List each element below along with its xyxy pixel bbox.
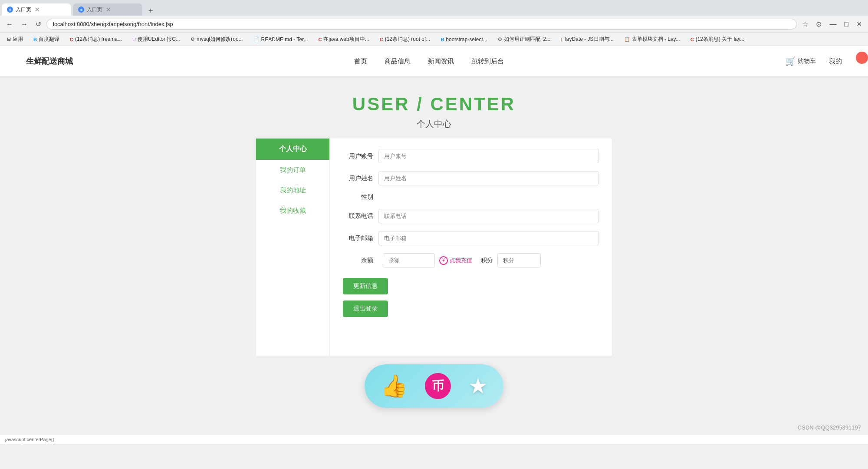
nav-admin[interactable]: 跳转到后台 <box>471 57 504 66</box>
site-logo: 生鲜配送商城 <box>26 56 73 66</box>
minimize-button[interactable]: — <box>827 20 839 29</box>
bm12-label: 表单模块文档 - Lay... <box>632 36 680 43</box>
nav-home[interactable]: 首页 <box>354 57 367 66</box>
close-button[interactable]: ✕ <box>854 19 865 29</box>
phone-input[interactable] <box>378 209 599 223</box>
tab1-favicon: ⊕ <box>7 7 13 13</box>
nav-my[interactable]: 我的 <box>829 57 842 66</box>
phone-row: 联系电话 <box>343 209 599 223</box>
forward-button[interactable]: → <box>18 20 30 29</box>
nav-products[interactable]: 商品信息 <box>385 57 411 66</box>
bm7-label: 在java web项目中... <box>323 36 369 43</box>
update-info-button[interactable]: 更新信息 <box>343 278 388 294</box>
sidebar: 个人中心 我的订单 我的地址 我的收藏 <box>256 139 330 356</box>
nav-right: 🛒 购物车 我的 <box>785 56 842 66</box>
bookmark-5[interactable]: ⚙ mysql如何修改roo... <box>187 35 247 44</box>
bm6-label: README.md - Ter... <box>261 36 308 43</box>
bookmark-4[interactable]: U 使用UEditor 报C... <box>129 35 184 44</box>
bm9-icon: B <box>441 37 444 42</box>
bm12-icon: 📋 <box>624 36 630 42</box>
deco-pill: 👍 币 ★ <box>365 364 503 408</box>
tab-1[interactable]: ⊕ 入口页 ✕ <box>2 3 71 16</box>
bm11-label: layDate - JS日期与... <box>565 36 613 43</box>
account-input[interactable] <box>378 149 599 163</box>
gender-label: 性别 <box>343 193 373 201</box>
gender-row: 性别 <box>343 193 599 201</box>
username-label: 用户姓名 <box>343 175 373 182</box>
bm13-icon: C <box>690 37 694 42</box>
bm4-icon: U <box>132 37 136 42</box>
tab2-close[interactable]: ✕ <box>106 6 111 13</box>
browser-toolbar: ← → ↺ ☆ ⊙ — □ ✕ <box>0 16 868 33</box>
browser-chrome: ⊕ 入口页 ✕ ⊕ 入口页 ✕ + ← → ↺ ☆ ⊙ — □ ✕ ⊞ 应用 B <box>0 0 868 46</box>
bm10-label: 如何用正则匹配: 2... <box>504 36 550 43</box>
bookmark-13[interactable]: C (12条消息) 关于 lay... <box>687 35 748 44</box>
address-bar[interactable] <box>46 19 797 30</box>
bookmark-baidu[interactable]: B 百度翻译 <box>30 35 63 44</box>
reload-button[interactable]: ↺ <box>33 19 44 29</box>
cart-icon: 🛒 <box>785 56 796 66</box>
nav-menu: 首页 商品信息 新闻资讯 跳转到后台 <box>354 57 504 66</box>
tab2-label: 入口页 <box>87 6 102 13</box>
bookmark-7[interactable]: C 在java web项目中... <box>315 35 372 44</box>
bookmark-12[interactable]: 📋 表单模块文档 - Lay... <box>621 35 684 44</box>
tabs-bar: ⊕ 入口页 ✕ ⊕ 入口页 ✕ + <box>0 0 868 16</box>
bookmark-9[interactable]: B bootstrap-select... <box>437 36 490 43</box>
restore-button[interactable]: □ <box>842 20 851 29</box>
bm6-icon: 📄 <box>253 36 260 42</box>
bm5-label: mysql如何修改roo... <box>197 36 243 43</box>
username-input[interactable] <box>378 171 599 185</box>
cursor-dot <box>856 52 868 64</box>
bookmark-3[interactable]: C (12条消息) freema... <box>66 35 125 44</box>
bm9-label: bootstrap-select... <box>446 36 487 43</box>
bm8-label: (12条消息) root of... <box>385 36 431 43</box>
email-input[interactable] <box>378 231 599 245</box>
sidebar-favorites[interactable]: 我的收藏 <box>256 201 329 221</box>
bookmark-10[interactable]: ⚙ 如何用正则匹配: 2... <box>494 35 554 44</box>
sidebar-active-item[interactable]: 个人中心 <box>256 139 329 160</box>
bookmark-apps-label: 应用 <box>13 36 23 43</box>
thumb-up-icon: 👍 <box>381 373 408 399</box>
tab-2[interactable]: ⊕ 入口页 ✕ <box>73 3 142 16</box>
coin-icon: 币 <box>425 373 451 399</box>
baidu-icon: B <box>33 37 37 42</box>
username-row: 用户姓名 <box>343 171 599 185</box>
bookmark-11[interactable]: L layDate - JS日期与... <box>557 35 617 44</box>
email-row: 电子邮箱 <box>343 231 599 245</box>
tab1-label: 入口页 <box>16 6 31 13</box>
tab1-close[interactable]: ✕ <box>35 6 40 13</box>
bookmark-apps[interactable]: ⊞ 应用 <box>3 35 26 44</box>
balance-input[interactable] <box>383 253 435 268</box>
watermark: CSDN @QQ3295391197 <box>0 421 868 434</box>
tab2-favicon: ⊕ <box>78 7 84 13</box>
site-nav: 生鲜配送商城 首页 商品信息 新闻资讯 跳转到后台 🛒 购物车 我的 <box>0 46 868 76</box>
bookmark-6[interactable]: 📄 README.md - Ter... <box>250 36 312 43</box>
sidebar-address[interactable]: 我的地址 <box>256 180 329 201</box>
logout-button[interactable]: 退出登录 <box>343 301 388 317</box>
points-input[interactable] <box>497 253 541 268</box>
bookmarks-bar: ⊞ 应用 B 百度翻译 C (12条消息) freema... U 使用UEdi… <box>0 33 868 46</box>
sidebar-orders[interactable]: 我的订单 <box>256 160 329 180</box>
bookmark-8[interactable]: C (12条消息) root of... <box>376 35 434 44</box>
cart-label: 购物车 <box>798 57 816 65</box>
status-bar: javascript:centerPage(); <box>0 434 868 444</box>
recharge-button[interactable]: ¥ 点我充值 <box>439 256 472 265</box>
nav-news[interactable]: 新闻资讯 <box>428 57 454 66</box>
page-content: 生鲜配送商城 首页 商品信息 新闻资讯 跳转到后台 🛒 购物车 我的 USER … <box>0 46 868 434</box>
toolbar-right: ☆ ⊙ — □ ✕ <box>799 19 865 29</box>
recharge-icon: ¥ <box>439 256 448 265</box>
bookmark-star-button[interactable]: ☆ <box>799 19 811 29</box>
hero-title-en: USER / CENTER <box>0 94 868 115</box>
bm4-label: 使用UEditor 报C... <box>138 36 180 43</box>
history-button[interactable]: ⊙ <box>813 19 824 29</box>
phone-label: 联系电话 <box>343 212 373 220</box>
account-row: 用户账号 <box>343 149 599 163</box>
balance-row: 余额 ¥ 点我充值 积分 <box>343 253 599 268</box>
status-text: javascript:centerPage(); <box>5 437 56 442</box>
new-tab-button[interactable]: + <box>146 7 156 16</box>
back-button[interactable]: ← <box>3 20 16 29</box>
bm13-label: (12条消息) 关于 lay... <box>696 36 744 43</box>
hero-title: USER / CENTER 个人中心 <box>0 76 868 139</box>
bm11-icon: L <box>561 37 563 42</box>
nav-cart[interactable]: 🛒 购物车 <box>785 56 816 66</box>
